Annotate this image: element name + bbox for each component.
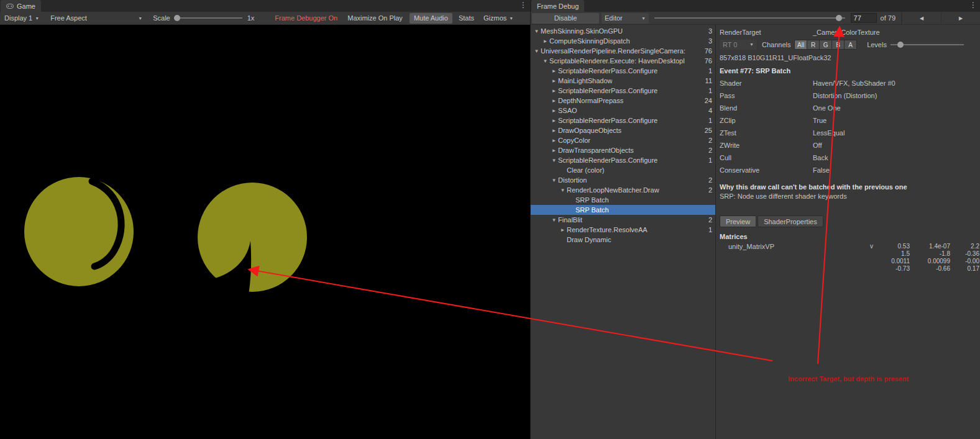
event-slider-knob[interactable] [836, 15, 842, 21]
unity-editor: Game ⋮ Display 1 ▼ Free Aspect ▼ Scale 1… [0, 0, 980, 439]
property-label: ZTest [720, 129, 813, 137]
foldout-open-icon[interactable]: ▼ [550, 178, 558, 183]
foldout-open-icon[interactable]: ▼ [533, 29, 541, 34]
tab-game[interactable]: Game [1, 0, 41, 12]
property-row: BlendOne One [720, 102, 980, 114]
mute-audio-button[interactable]: Mute Audio [410, 13, 452, 24]
maximize-on-play-button[interactable]: Maximize On Play [343, 13, 407, 24]
tree-row[interactable]: ▼RenderLoopNewBatcher.Draw2 [531, 185, 715, 195]
tab-frame-debug[interactable]: Frame Debug [531, 0, 584, 12]
scale-label: Scale [153, 14, 170, 22]
rt-index-dropdown[interactable]: RT 0 ▼ [720, 40, 757, 50]
chevron-down-icon: ▼ [138, 16, 142, 20]
tree-row[interactable]: ►DrawOpaqueObjects25 [531, 125, 715, 135]
property-row: ConservativeFalse [720, 164, 980, 176]
gizmos-dropdown[interactable]: Gizmos ▼ [480, 13, 516, 24]
tree-row[interactable]: ▼UniversalRenderPipeline.RenderSingleCam… [531, 46, 715, 56]
foldout-closed-icon[interactable]: ► [550, 78, 558, 84]
game-panel-menu-icon[interactable]: ⋮ [520, 1, 527, 9]
foldout-closed-icon[interactable]: ► [550, 118, 558, 124]
foldout-open-icon[interactable]: ▼ [559, 188, 567, 193]
foldout-closed-icon[interactable]: ► [550, 68, 558, 74]
game-tab-label: Game [17, 2, 35, 10]
display-dropdown-label: Display 1 [4, 14, 32, 22]
target-dropdown[interactable]: Editor ▼ [602, 13, 649, 24]
tree-row[interactable]: ►ScriptableRenderPass.Configure1 [531, 115, 715, 125]
tree-row[interactable]: ▼MeshSkinning.SkinOnGPU3 [531, 26, 715, 36]
texture-info: 857x818 B10G11R11_UFloatPack32 [720, 54, 980, 63]
channel-button-g[interactable]: G [820, 40, 832, 50]
foldout-closed-icon[interactable]: ► [550, 88, 558, 94]
tree-row[interactable]: ▼FinalBlit2 [531, 215, 715, 225]
disable-button[interactable]: Disable [532, 13, 599, 24]
tree-row[interactable]: ►ScriptableRenderPass.Configure1 [531, 66, 715, 76]
channel-buttons: AllRGBA [794, 40, 857, 50]
property-row: ShaderHaven/VFX, SubShader #0 [720, 77, 980, 89]
tree-row[interactable]: ►CopyColor2 [531, 135, 715, 145]
foldout-closed-icon[interactable]: ► [550, 108, 558, 114]
frame-debugger-on-indicator[interactable]: Frame Debugger On [270, 13, 342, 24]
tree-row[interactable]: ►DrawTransparentObjects2 [531, 145, 715, 155]
tree-item-label: ComputeSkinningDispatch [549, 37, 630, 45]
channel-button-r[interactable]: R [807, 40, 820, 50]
tree-row[interactable]: ▼Distortion2 [531, 175, 715, 185]
tree-row[interactable]: Clear (color) [531, 165, 715, 175]
tree-row[interactable]: ►MainLightShadow11 [531, 76, 715, 86]
tree-item-count: 3 [706, 27, 715, 35]
foldout-open-icon[interactable]: ▼ [550, 158, 558, 163]
matrices-title: Matrices [720, 233, 980, 240]
levels-slider-knob[interactable] [897, 42, 904, 48]
tree-item-count: 2 [706, 216, 715, 224]
tree-row[interactable]: ►DepthNormalPrepass24 [531, 96, 715, 106]
foldout-closed-icon[interactable]: ► [550, 128, 558, 134]
matrix-cell [863, 258, 873, 265]
tree-row[interactable]: SRP Batch [531, 195, 715, 205]
event-slider[interactable] [654, 14, 845, 22]
matrix-cell: -0.66 [914, 265, 950, 273]
foldout-open-icon[interactable]: ▼ [541, 58, 549, 64]
tree-row[interactable]: ►RenderTexture.ResolveAA1 [531, 225, 715, 235]
stats-button[interactable]: Stats [454, 13, 479, 24]
tree-row[interactable]: ▼ScriptableRenderPass.Configure1 [531, 155, 715, 165]
tree-row[interactable]: ►ComputeSkinningDispatch3 [531, 36, 715, 46]
foldout-closed-icon[interactable]: ► [550, 98, 558, 104]
prev-event-button[interactable]: ◀ [902, 12, 941, 25]
foldout-closed-icon[interactable]: ► [541, 38, 549, 44]
foldout-open-icon[interactable]: ▼ [550, 217, 558, 223]
tree-item-label: RenderTexture.ResolveAA [567, 226, 648, 233]
event-number-input[interactable] [851, 13, 877, 23]
game-toolbar: Display 1 ▼ Free Aspect ▼ Scale 1x Frame… [0, 12, 530, 25]
property-value: False [813, 166, 830, 174]
tree-row[interactable]: ▼ScriptableRenderer.Execute: HavenDeskto… [531, 56, 715, 66]
property-row: ZWriteOff [720, 139, 980, 152]
tree-item-count: 25 [702, 127, 715, 134]
foldout-open-icon[interactable]: ▼ [533, 48, 541, 54]
display-dropdown[interactable]: Display 1 ▼ [1, 13, 42, 24]
aspect-dropdown-label: Free Aspect [50, 14, 87, 22]
tree-item-count: 1 [706, 156, 715, 164]
channel-button-all[interactable]: All [794, 40, 807, 50]
aspect-dropdown[interactable]: Free Aspect ▼ [47, 13, 145, 24]
matrix-cell: -0.00 [955, 258, 979, 265]
levels-slider[interactable] [891, 41, 964, 48]
foldout-closed-icon[interactable]: ► [559, 227, 567, 233]
channel-button-a[interactable]: A [845, 40, 857, 50]
matrix-cell: 1.4e-07 [914, 243, 950, 250]
tree-item-count: 76 [702, 57, 715, 65]
frame-debug-menu-icon[interactable]: ⋮ [969, 1, 977, 9]
tab-preview[interactable]: Preview [720, 215, 756, 227]
tree-row[interactable]: Draw Dynamic [531, 235, 715, 245]
tree-row[interactable]: ►SSAO4 [531, 106, 715, 115]
frame-debug-body: ▼MeshSkinning.SkinOnGPU3►ComputeSkinning… [531, 25, 980, 439]
channel-button-b[interactable]: B [832, 40, 845, 50]
property-value: One One [813, 104, 841, 112]
tree-row[interactable]: SRP Batch [531, 205, 715, 215]
scale-slider[interactable] [174, 14, 242, 22]
tree-row[interactable]: ►ScriptableRenderPass.Configure1 [531, 86, 715, 96]
distortion-blob-right [198, 183, 307, 292]
foldout-closed-icon[interactable]: ► [550, 148, 558, 153]
foldout-closed-icon[interactable]: ► [550, 138, 558, 143]
tab-shader-properties[interactable]: ShaderProperties [758, 215, 823, 227]
scale-slider-knob[interactable] [174, 15, 180, 21]
next-event-button[interactable]: ▶ [941, 12, 980, 25]
